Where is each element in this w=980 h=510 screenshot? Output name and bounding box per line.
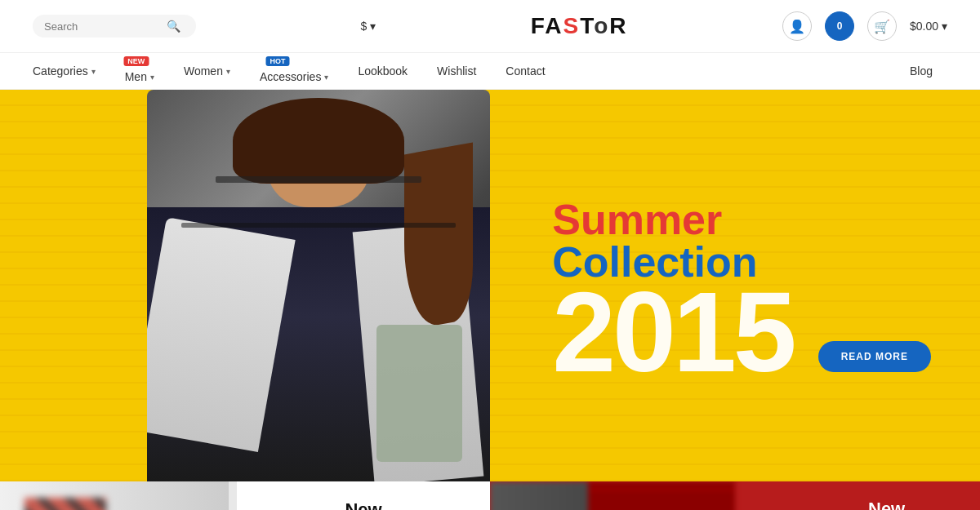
- nav-label-categories: Categories: [33, 64, 88, 78]
- hero-section: Summer Collection 2015 READ MORE: [0, 90, 980, 481]
- nav-label-accessories: Accessories: [260, 70, 321, 83]
- nav-item-men[interactable]: NEW Men ▾: [110, 53, 169, 90]
- header: 🔍 $ ▾ FASToR 👤 0 🛒 $0.00 ▾: [0, 0, 980, 53]
- panel-bg-left: [0, 481, 229, 510]
- currency-label[interactable]: $ ▾: [361, 20, 376, 33]
- nav-label-women: Women: [184, 64, 223, 78]
- panel-bg-right: [490, 481, 735, 510]
- panel-shoes: NewShoes MORE: [0, 481, 490, 510]
- hero-content: Summer Collection 2015 READ MORE: [552, 90, 931, 481]
- header-right: 👤 0 🛒 $0.00 ▾: [782, 11, 947, 41]
- bottom-panels: NewShoes MORE NewBlouses MORE: [0, 481, 980, 510]
- nav-item-categories[interactable]: Categories ▾: [33, 53, 110, 90]
- nav-label-blog: Blog: [910, 64, 933, 78]
- nav-item-contact[interactable]: Contact: [491, 53, 559, 90]
- cart-count-badge[interactable]: 0: [825, 11, 854, 41]
- main-nav: Categories ▾ NEW Men ▾ Women ▾ HOT Acces…: [0, 53, 980, 90]
- hero-image: [147, 90, 490, 481]
- chevron-down-icon: ▾: [226, 67, 230, 76]
- hot-badge: HOT: [265, 56, 289, 66]
- panel-blouses-content: NewBlouses MORE: [868, 481, 947, 510]
- currency-selector[interactable]: $ ▾: [361, 20, 376, 33]
- cart-icon-button[interactable]: 🛒: [867, 11, 897, 41]
- cart-price-label: $0.00 ▾: [910, 20, 947, 33]
- nav-label-lookbook: Lookbook: [358, 64, 408, 78]
- panel-shoes-content: NewShoes MORE: [237, 481, 490, 510]
- panel-blouses-title: NewBlouses: [868, 499, 938, 510]
- user-icon-button[interactable]: 👤: [782, 11, 812, 41]
- chevron-down-icon: ▾: [91, 67, 96, 76]
- logo: FASToR: [531, 13, 628, 39]
- nav-item-lookbook[interactable]: Lookbook: [343, 53, 422, 90]
- nav-label-wishlist: Wishlist: [437, 64, 476, 78]
- chevron-down-icon: ▾: [150, 73, 154, 82]
- search-input[interactable]: [44, 20, 167, 33]
- nav-item-wishlist[interactable]: Wishlist: [422, 53, 491, 90]
- nav-item-blog[interactable]: Blog: [895, 53, 947, 90]
- search-bar[interactable]: 🔍: [33, 15, 196, 38]
- nav-label-men: Men: [125, 70, 147, 83]
- cart-price[interactable]: $0.00 ▾: [910, 20, 947, 33]
- chevron-down-icon: ▾: [324, 73, 328, 82]
- hero-year: 2015: [552, 275, 793, 389]
- panel-blouses: NewBlouses MORE: [490, 481, 980, 510]
- nav-item-accessories[interactable]: HOT Accessories ▾: [245, 53, 343, 90]
- search-icon: 🔍: [167, 20, 180, 33]
- hero-title-summer: Summer: [552, 198, 757, 241]
- nav-label-contact: Contact: [506, 64, 545, 78]
- nav-item-women[interactable]: Women ▾: [169, 53, 245, 90]
- panel-shoes-title: NewShoes: [336, 499, 390, 510]
- new-badge: NEW: [123, 56, 149, 66]
- read-more-button[interactable]: READ MORE: [818, 341, 931, 372]
